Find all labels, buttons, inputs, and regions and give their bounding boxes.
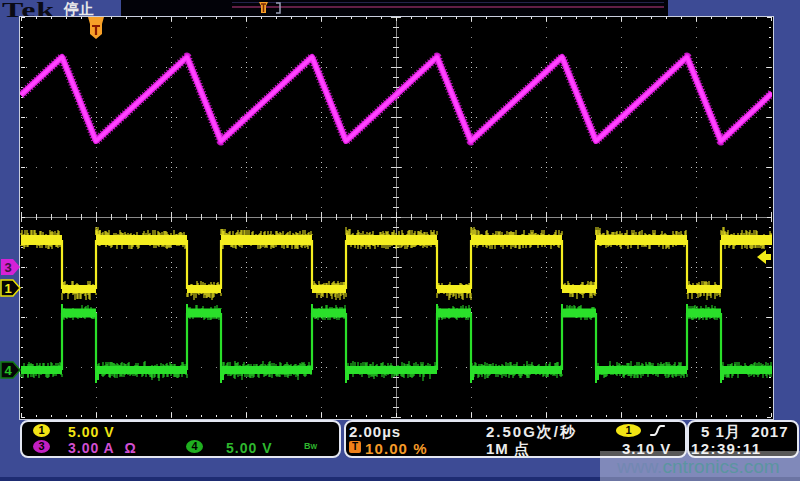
svg-text:3: 3 [4,260,11,275]
svg-text:1: 1 [4,281,11,296]
svg-text:4: 4 [4,363,12,378]
